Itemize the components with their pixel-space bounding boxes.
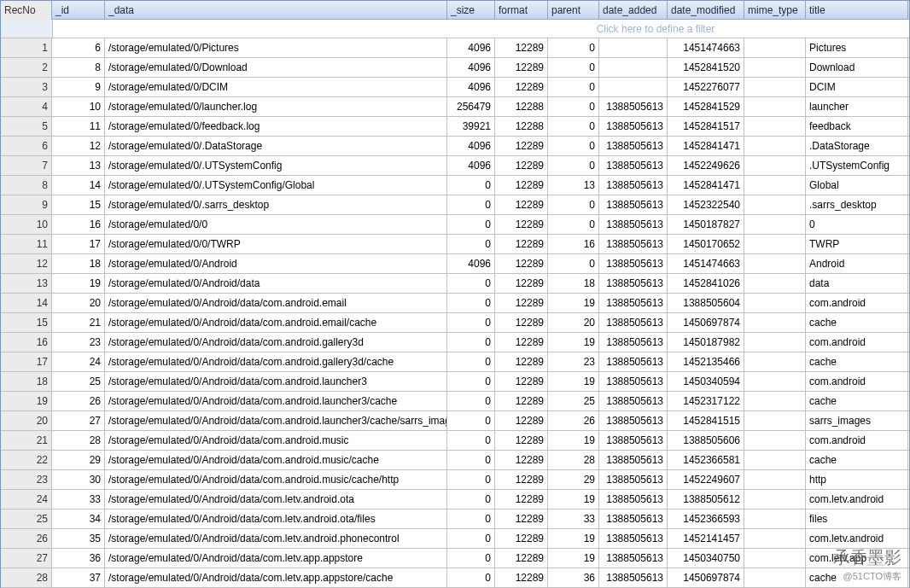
col-data[interactable]: _data [105, 1, 447, 20]
cell-id: 36 [52, 549, 105, 568]
table-row[interactable]: 1521/storage/emulated/0/Android/data/com… [1, 313, 909, 333]
table-row[interactable]: 1319/storage/emulated/0/Android/data0122… [1, 274, 909, 294]
table-row[interactable]: 814/storage/emulated/0/.UTSystemConfig/G… [1, 176, 909, 195]
cell-recno: 16 [1, 333, 52, 352]
cell-date-added [599, 38, 668, 57]
cell-id: 8 [52, 58, 105, 77]
table-row[interactable]: 2635/storage/emulated/0/Android/data/com… [1, 529, 909, 549]
cell-data: /storage/emulated/0/Android/data/com.let… [105, 568, 447, 587]
table-row[interactable]: 2534/storage/emulated/0/Android/data/com… [1, 509, 909, 529]
cell-size: 0 [447, 431, 495, 450]
cell-recno: 14 [1, 294, 52, 312]
table-row[interactable]: 16/storage/emulated/0/Pictures4096122890… [1, 38, 909, 58]
cell-format: 12289 [495, 490, 548, 509]
col-mime-type[interactable]: mime_type [744, 1, 806, 20]
cell-mime-type [744, 176, 806, 195]
cell-title: TWRP [806, 235, 908, 253]
cell-recno: 8 [1, 176, 52, 195]
cell-date-added: 1388505613 [599, 451, 668, 469]
cell-id: 6 [52, 38, 105, 57]
table-row[interactable]: 612/storage/emulated/0/.DataStorage40961… [1, 137, 909, 156]
cell-parent: 20 [548, 313, 599, 332]
cell-date-added: 1388505613 [599, 333, 668, 352]
cell-date-added: 1388505613 [599, 411, 668, 430]
table-row[interactable]: 410/storage/emulated/0/launcher.log25647… [1, 97, 909, 117]
col-title[interactable]: title [806, 1, 908, 20]
cell-mime-type [744, 392, 806, 410]
cell-data: /storage/emulated/0/Android/data/com.and… [105, 411, 447, 430]
col-parent[interactable]: parent [548, 1, 599, 20]
cell-date-modified: 1452841026 [668, 274, 744, 293]
data-grid[interactable]: RecNo _id _data _size format parent date… [0, 0, 910, 588]
table-row[interactable]: 1218/storage/emulated/0/Android409612289… [1, 254, 909, 274]
cell-parent: 0 [548, 254, 599, 273]
cell-date-modified: 1452249626 [668, 156, 744, 175]
cell-parent: 19 [548, 549, 599, 568]
table-row[interactable]: 2128/storage/emulated/0/Android/data/com… [1, 431, 909, 451]
cell-parent: 0 [548, 117, 599, 136]
cell-title: DCIM [806, 78, 908, 96]
col-format[interactable]: format [495, 1, 548, 20]
cell-date-added: 1388505613 [599, 235, 668, 253]
cell-recno: 7 [1, 156, 52, 175]
cell-date-added: 1388505613 [599, 509, 668, 528]
column-header-row: RecNo _id _data _size format parent date… [1, 1, 909, 20]
cell-mime-type [744, 78, 806, 96]
cell-recno: 17 [1, 352, 52, 371]
cell-id: 34 [52, 509, 105, 528]
table-row[interactable]: 2837/storage/emulated/0/Android/data/com… [1, 568, 909, 588]
cell-date-modified: 1450340594 [668, 372, 744, 391]
table-row[interactable]: 28/storage/emulated/0/Download4096122890… [1, 58, 909, 78]
cell-id: 28 [52, 431, 105, 450]
col-date-added[interactable]: date_added [599, 1, 668, 20]
cell-id: 9 [52, 78, 105, 96]
table-row[interactable]: 713/storage/emulated/0/.UTSystemConfig40… [1, 156, 909, 176]
table-row[interactable]: 39/storage/emulated/0/DCIM40961228901452… [1, 78, 909, 97]
cell-format: 12289 [495, 38, 548, 57]
table-row[interactable]: 1926/storage/emulated/0/Android/data/com… [1, 392, 909, 411]
table-row[interactable]: 2027/storage/emulated/0/Android/data/com… [1, 411, 909, 431]
table-row[interactable]: 511/storage/emulated/0/feedback.log39921… [1, 117, 909, 137]
cell-size: 4096 [447, 137, 495, 155]
cell-data: /storage/emulated/0/0 [105, 215, 447, 234]
table-row[interactable]: 1724/storage/emulated/0/Android/data/com… [1, 352, 909, 372]
cell-date-added: 1388505613 [599, 215, 668, 234]
cell-mime-type [744, 97, 806, 116]
cell-title: cache [806, 451, 908, 469]
cell-data: /storage/emulated/0/.DataStorage [105, 137, 447, 155]
cell-mime-type [744, 294, 806, 312]
table-row[interactable]: 1117/storage/emulated/0/0/TWRP0122891613… [1, 235, 909, 254]
table-row[interactable]: 2433/storage/emulated/0/Android/data/com… [1, 490, 909, 509]
col-size[interactable]: _size [447, 1, 495, 20]
cell-date-added: 1388505613 [599, 117, 668, 136]
col-date-modified[interactable]: date_modified [668, 1, 744, 20]
cell-parent: 19 [548, 490, 599, 509]
cell-format: 12289 [495, 58, 548, 77]
cell-format: 12289 [495, 333, 548, 352]
table-row[interactable]: 2229/storage/emulated/0/Android/data/com… [1, 451, 909, 470]
table-row[interactable]: 2736/storage/emulated/0/Android/data/com… [1, 549, 909, 568]
table-row[interactable]: 2330/storage/emulated/0/Android/data/com… [1, 470, 909, 490]
cell-date-modified: 1452135466 [668, 352, 744, 371]
cell-title: Pictures [806, 38, 908, 57]
cell-date-modified: 1452322540 [668, 195, 744, 214]
table-row[interactable]: 1420/storage/emulated/0/Android/data/com… [1, 294, 909, 313]
table-row[interactable]: 1623/storage/emulated/0/Android/data/com… [1, 333, 909, 352]
col-id[interactable]: _id [52, 1, 105, 20]
cell-format: 12289 [495, 549, 548, 568]
cell-parent: 0 [548, 137, 599, 155]
cell-format: 12288 [495, 97, 548, 116]
cell-mime-type [744, 372, 806, 391]
filter-row[interactable]: Click here to define a filter [1, 20, 909, 38]
cell-size: 0 [447, 235, 495, 253]
table-row[interactable]: 915/storage/emulated/0/.sarrs_desktop012… [1, 195, 909, 215]
cell-data: /storage/emulated/0/feedback.log [105, 117, 447, 136]
table-row[interactable]: 1825/storage/emulated/0/Android/data/com… [1, 372, 909, 392]
cell-id: 15 [52, 195, 105, 214]
cell-format: 12289 [495, 352, 548, 371]
cell-format: 12289 [495, 294, 548, 312]
cell-recno: 15 [1, 313, 52, 332]
col-recno[interactable]: RecNo [1, 1, 52, 20]
cell-title: sarrs_images [806, 411, 908, 430]
table-row[interactable]: 1016/storage/emulated/0/0012289013885056… [1, 215, 909, 235]
